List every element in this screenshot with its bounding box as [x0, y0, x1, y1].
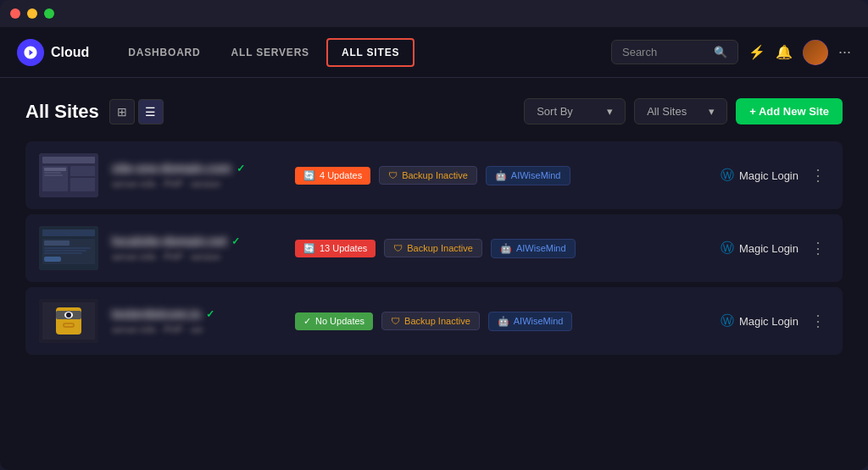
backup-label: Backup Inactive — [407, 243, 473, 253]
updates-badge: ✓ No Updates — [295, 312, 373, 330]
updates-label: 13 Updates — [320, 243, 367, 253]
nav-all-sites[interactable]: ALL SITES — [326, 38, 415, 67]
list-view-button[interactable]: ☰ — [138, 99, 164, 124]
maximize-button[interactable] — [44, 8, 54, 19]
sort-dropdown[interactable]: Sort By ▾ — [524, 98, 626, 124]
site-info: localsite-domain.net ✓ server-info · PHP… — [112, 235, 281, 262]
avatar[interactable] — [803, 40, 828, 65]
bell-icon[interactable]: 🔔 — [776, 44, 793, 60]
site-url: server-info · PHP · version — [112, 252, 281, 262]
backup-label: Backup Inactive — [402, 170, 468, 180]
header-controls: Sort By ▾ All Sites ▾ + Add New Site — [524, 98, 843, 124]
nav-right: Search 🔍 ⚡ 🔔 ··· — [611, 40, 851, 65]
filter-label: All Sites — [647, 105, 687, 118]
svg-rect-5 — [44, 168, 66, 171]
close-button[interactable] — [10, 8, 20, 19]
sort-label: Sort By — [537, 105, 573, 118]
add-new-site-button[interactable]: + Add New Site — [736, 98, 843, 124]
ai-icon: 🤖 — [500, 243, 512, 254]
site-info: site-one-domain.com ✓ server-info · PHP … — [112, 162, 281, 189]
magic-login-label: Magic Login — [739, 315, 798, 328]
svg-point-21 — [66, 312, 71, 318]
site-name: localsite-domain.net ✓ — [112, 235, 281, 248]
ai-icon: 🤖 — [495, 170, 507, 181]
more-options-button[interactable]: ⋮ — [807, 312, 829, 330]
wordpress-icon: Ⓦ — [721, 312, 734, 330]
site-thumbnail — [39, 299, 98, 343]
site-info: testerdotcom.io ✓ server-info · PHP · ve… — [112, 307, 281, 335]
more-options-button[interactable]: ⋮ — [807, 239, 829, 257]
updates-badge: 🔄 4 Updates — [295, 167, 370, 185]
site-url: server-info · PHP · version — [112, 179, 281, 189]
minimize-button[interactable] — [27, 8, 37, 19]
wordpress-icon: Ⓦ — [721, 167, 734, 185]
updates-icon: 🔄 — [303, 170, 315, 181]
table-row: localsite-domain.net ✓ server-info · PHP… — [25, 214, 843, 282]
updates-icon: 🔄 — [303, 243, 315, 254]
site-name: testerdotcom.io ✓ — [112, 307, 281, 321]
titlebar — [0, 0, 868, 27]
nav-dashboard[interactable]: DASHBOARD — [114, 40, 214, 65]
updates-badge: 🔄 13 Updates — [295, 240, 376, 257]
updates-label: 4 Updates — [320, 170, 362, 180]
backup-label: Backup Inactive — [404, 316, 470, 326]
logo-text: Cloud — [51, 45, 89, 60]
backup-badge: 🛡 Backup Inactive — [381, 312, 480, 330]
nav-links: DASHBOARD ALL SERVERS ALL SITES — [114, 38, 611, 67]
verified-icon: ✓ — [231, 235, 240, 247]
ai-label: AIWiseMind — [516, 243, 566, 253]
updates-label: No Updates — [315, 316, 364, 326]
nav-all-servers[interactable]: ALL SERVERS — [218, 40, 323, 65]
sites-list: site-one-domain.com ✓ server-info · PHP … — [25, 141, 843, 358]
site-actions: Ⓦ Magic Login ⋮ — [721, 166, 829, 185]
ai-label: AIWiseMind — [511, 170, 561, 180]
user-menu-dots[interactable]: ··· — [838, 43, 851, 61]
more-options-button[interactable]: ⋮ — [807, 166, 829, 185]
svg-rect-23 — [64, 324, 73, 326]
svg-rect-4 — [70, 178, 95, 191]
site-actions: Ⓦ Magic Login ⋮ — [721, 312, 829, 330]
ai-badge: 🤖 AIWiseMind — [486, 166, 570, 185]
navbar: Cloud DASHBOARD ALL SERVERS ALL SITES Se… — [0, 27, 868, 78]
logo[interactable]: Cloud — [17, 39, 89, 66]
add-button-label: + Add New Site — [749, 105, 829, 118]
svg-rect-12 — [44, 247, 91, 249]
ai-badge: 🤖 AIWiseMind — [491, 239, 576, 258]
filter-dropdown[interactable]: All Sites ▾ — [634, 98, 727, 124]
site-thumbnail — [39, 226, 98, 270]
svg-rect-11 — [44, 241, 70, 246]
grid-view-button[interactable]: ⊞ — [109, 99, 135, 124]
backup-badge: 🛡 Backup Inactive — [384, 239, 482, 257]
sort-chevron-icon: ▾ — [607, 105, 613, 118]
main-content: All Sites ⊞ ☰ Sort By ▾ All Sites ▾ + Ad… — [0, 78, 868, 470]
verified-icon: ✓ — [206, 308, 214, 320]
page-title: All Sites — [25, 101, 99, 123]
page-title-area: All Sites ⊞ ☰ — [25, 99, 164, 124]
svg-rect-9 — [42, 229, 95, 236]
ai-badge: 🤖 AIWiseMind — [488, 312, 573, 331]
magic-login-label: Magic Login — [739, 242, 798, 255]
wordpress-icon: Ⓦ — [721, 240, 734, 257]
updates-icon: ✓ — [303, 316, 311, 327]
verified-icon: ✓ — [236, 163, 245, 174]
search-placeholder: Search — [622, 46, 657, 58]
svg-rect-7 — [44, 174, 63, 176]
filter-chevron-icon: ▾ — [709, 105, 715, 118]
lightning-icon[interactable]: ⚡ — [748, 44, 765, 60]
svg-rect-3 — [70, 166, 95, 176]
site-badges: 🔄 13 Updates 🛡 Backup Inactive 🤖 AIWiseM… — [295, 239, 707, 258]
svg-rect-13 — [44, 250, 86, 252]
site-actions: Ⓦ Magic Login ⋮ — [721, 239, 829, 257]
page-header: All Sites ⊞ ☰ Sort By ▾ All Sites ▾ + Ad… — [25, 98, 843, 124]
search-box[interactable]: Search 🔍 — [611, 40, 738, 64]
table-row: site-one-domain.com ✓ server-info · PHP … — [25, 141, 843, 209]
view-toggle: ⊞ ☰ — [109, 99, 164, 124]
svg-rect-15 — [44, 257, 61, 262]
svg-rect-1 — [42, 157, 95, 163]
magic-login-button[interactable]: Ⓦ Magic Login — [721, 312, 798, 330]
magic-login-button[interactable]: Ⓦ Magic Login — [721, 240, 798, 257]
search-icon[interactable]: 🔍 — [714, 46, 727, 58]
logo-icon — [17, 39, 44, 66]
magic-login-button[interactable]: Ⓦ Magic Login — [721, 167, 798, 185]
table-row: testerdotcom.io ✓ server-info · PHP · ve… — [25, 287, 843, 355]
